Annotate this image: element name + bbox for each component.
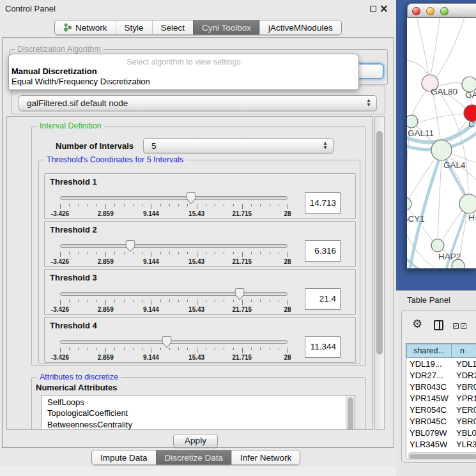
table-row[interactable]: YBR043CYBR0 bbox=[406, 382, 476, 394]
tab-style[interactable]: Style bbox=[116, 20, 152, 35]
slider-track[interactable] bbox=[60, 292, 288, 296]
settings-vertical-scrollbar[interactable] bbox=[374, 116, 385, 430]
cyni-toolbox-panel: Discretization Algorithm Select algorith… bbox=[2, 37, 394, 448]
cell-shared-name: YER054C bbox=[406, 405, 452, 417]
close-window-icon[interactable] bbox=[412, 7, 420, 15]
network-edge bbox=[437, 82, 463, 87]
slider-tick bbox=[242, 204, 243, 209]
tab-infer-network[interactable]: Infer Network bbox=[231, 450, 300, 464]
network-canvas[interactable]: GAL80GACGAL11GAL4GCY1HHAP2 bbox=[407, 18, 476, 268]
slider-tick bbox=[260, 204, 261, 206]
attributes-list-scrollbar[interactable] bbox=[346, 395, 355, 430]
minimize-window-icon[interactable] bbox=[426, 7, 434, 15]
slider-tick bbox=[142, 348, 142, 350]
column-header-n[interactable]: n bbox=[451, 344, 476, 358]
attribute-item-topologicalcoefficient[interactable]: TopologicalCoefficient bbox=[42, 408, 355, 418]
network-edge bbox=[438, 160, 441, 238]
table-row[interactable]: YPR145WYPR1 bbox=[406, 394, 476, 405]
column-header-shared-[interactable]: shared... bbox=[406, 344, 452, 358]
network-node[interactable] bbox=[452, 259, 464, 268]
column-checkbox-icon[interactable]: ✓ bbox=[461, 323, 466, 329]
slider-tick bbox=[69, 204, 70, 206]
table-row[interactable]: YDR27...YDR2 bbox=[406, 371, 476, 382]
attribute-item-selfloops[interactable]: SelfLoops bbox=[42, 397, 355, 408]
zoom-window-icon[interactable] bbox=[440, 7, 449, 15]
scrollbar-thumb[interactable] bbox=[376, 131, 383, 355]
algorithm-option-manual-discretization[interactable]: Manual Discretization bbox=[9, 66, 358, 77]
slider-tick-label: 21.715 bbox=[228, 354, 256, 361]
network-node-h[interactable] bbox=[459, 194, 476, 213]
slider-tick bbox=[270, 204, 270, 206]
attribute-item-betweennesscentrality[interactable]: BetweennessCentrality bbox=[42, 419, 355, 430]
threshold-value-input[interactable]: 11.344 bbox=[305, 336, 341, 358]
split-columns-icon[interactable] bbox=[434, 320, 443, 330]
slider-tick bbox=[69, 348, 70, 350]
slider-tick bbox=[105, 300, 106, 305]
close-panel-icon[interactable]: × bbox=[380, 2, 388, 15]
node-table: shared...n YDL19...YDL1YDR27...YDR2YBR04… bbox=[406, 343, 476, 459]
algorithm-option-equal-width-frequency-discretization[interactable]: Equal Width/Frequency Discretization bbox=[9, 77, 358, 87]
bottom-strip bbox=[0, 466, 396, 476]
settings-gear-icon[interactable]: ⚙ bbox=[412, 318, 422, 330]
column-checkbox-icon[interactable]: ✓ bbox=[453, 323, 459, 329]
table-horizontal-scrollbar[interactable] bbox=[408, 452, 476, 459]
tab-select[interactable]: Select bbox=[152, 20, 194, 35]
slider-tick-label: 2.859 bbox=[91, 210, 119, 217]
threshold-value-input[interactable]: 6.316 bbox=[305, 240, 341, 262]
table-row[interactable]: YER054CYER0 bbox=[406, 405, 476, 417]
slider-track[interactable] bbox=[60, 340, 288, 344]
slider-tick-label: 21.715 bbox=[228, 210, 256, 217]
tab-cyni-toolbox[interactable]: Cyni Toolbox bbox=[193, 20, 259, 35]
control-panel-titlebar: Control Panel × bbox=[0, 0, 396, 18]
number-of-intervals-value: 5 bbox=[151, 139, 157, 153]
algorithm-popup-prompt: Select algorithm to view settings bbox=[9, 58, 358, 66]
table-row[interactable]: YLR345WYLR3 bbox=[406, 440, 476, 451]
tab-discretize-data[interactable]: Discretize Data bbox=[156, 450, 232, 464]
slider-tick bbox=[114, 252, 115, 254]
threshold-value-input[interactable]: 14.713 bbox=[305, 192, 341, 214]
slider-tick bbox=[169, 204, 170, 206]
slider-thumb[interactable] bbox=[234, 288, 245, 300]
slider-tick bbox=[233, 348, 234, 350]
slider-tick bbox=[178, 252, 179, 254]
table-row[interactable]: YBL079WYBL0 bbox=[406, 428, 476, 440]
slider-track[interactable] bbox=[60, 244, 288, 248]
thresholds-group-title: Threshold's Coordinates for 5 Intervals bbox=[44, 155, 186, 165]
apply-button[interactable]: Apply bbox=[173, 434, 218, 448]
table-row[interactable]: YBR045CYBR0 bbox=[406, 417, 476, 428]
slider-tick bbox=[69, 300, 70, 302]
network-node-hap2[interactable] bbox=[431, 239, 444, 252]
slider-tick-label: 2.859 bbox=[91, 258, 119, 265]
slider-tick bbox=[78, 252, 79, 254]
slider-tick bbox=[224, 252, 224, 254]
network-window-titlebar[interactable] bbox=[407, 3, 476, 18]
network-node-gal4[interactable] bbox=[431, 140, 452, 160]
slider-tick bbox=[169, 252, 170, 254]
slider-tick bbox=[206, 252, 206, 254]
table-data-combobox[interactable]: galFiltered.sif default node ▲▼ bbox=[19, 95, 377, 111]
slider-tick bbox=[260, 252, 261, 254]
slider-tick bbox=[251, 204, 252, 206]
numerical-attributes-list[interactable]: SelfLoopsTopologicalCoefficientBetweenne… bbox=[41, 395, 355, 430]
network-node-gcy1[interactable] bbox=[407, 197, 411, 210]
slider-tick bbox=[60, 300, 61, 305]
slider-thumb[interactable] bbox=[186, 192, 196, 204]
slider-tick bbox=[233, 252, 234, 254]
float-window-icon[interactable] bbox=[370, 6, 376, 12]
network-node-gal11[interactable] bbox=[407, 115, 418, 128]
threshold-value-input[interactable]: 21.4 bbox=[305, 288, 341, 310]
slider-tick-label: 9.144 bbox=[137, 210, 165, 217]
tab-jactivemnodules[interactable]: jActiveMNodules bbox=[259, 20, 341, 35]
tab-impute-data[interactable]: Impute Data bbox=[92, 450, 156, 464]
scrollbar-thumb[interactable] bbox=[410, 454, 476, 459]
slider-tick bbox=[233, 300, 234, 302]
table-row[interactable]: YDL19...YDL1 bbox=[406, 359, 476, 371]
slider-thumb[interactable] bbox=[162, 335, 172, 348]
node-label: GAL11 bbox=[408, 128, 434, 138]
slider-tick bbox=[270, 252, 270, 254]
tab-network[interactable]: Network bbox=[55, 20, 116, 35]
slider-thumb[interactable] bbox=[125, 240, 135, 252]
slider-track[interactable] bbox=[60, 196, 288, 200]
slider-tick bbox=[69, 252, 70, 254]
number-of-intervals-combobox[interactable]: 5 ▲▼ bbox=[143, 138, 334, 153]
